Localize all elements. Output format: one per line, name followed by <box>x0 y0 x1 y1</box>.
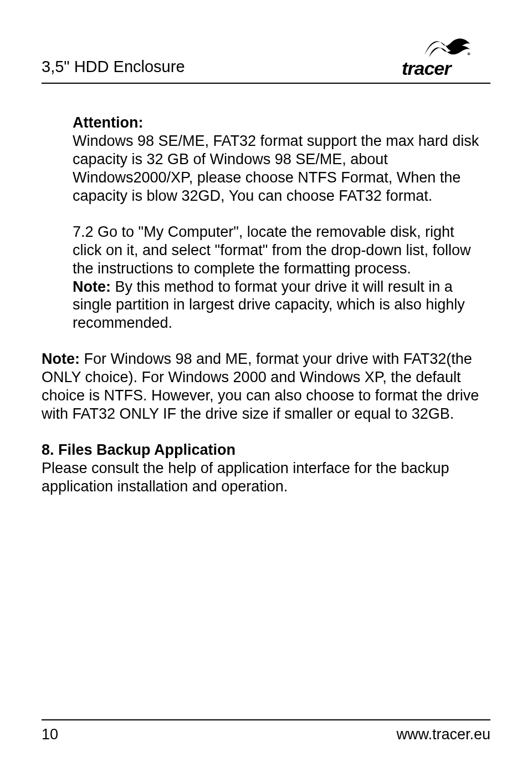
svg-text:tracer: tracer <box>402 59 452 79</box>
footer-divider <box>42 719 490 720</box>
document-title: 3,5" HDD Enclosure <box>42 58 185 79</box>
section-8-title: 8. Files Backup Application <box>42 441 236 458</box>
page-number: 10 <box>42 726 58 743</box>
page-footer: 10 www.tracer.eu <box>42 719 490 743</box>
step-7-2-note-label: Note: <box>73 278 111 295</box>
section-8-block: 8. Files Backup Application Please consu… <box>42 441 490 496</box>
note-2-text: For Windows 98 and ME, format your drive… <box>42 351 479 422</box>
note-2-block: Note: For Windows 98 and ME, format your… <box>42 350 490 423</box>
footer-url: www.tracer.eu <box>396 726 490 743</box>
section-8-body: Please consult the help of application i… <box>42 460 449 495</box>
header-divider <box>42 83 490 84</box>
brand-logo: R tracer <box>402 31 490 79</box>
attention-label: Attention: <box>73 114 143 131</box>
page-header: 3,5" HDD Enclosure R tracer <box>42 31 490 79</box>
step-7-2-block: 7.2 Go to "My Computer", locate the remo… <box>42 223 490 333</box>
note-2-label: Note: <box>42 351 80 367</box>
step-7-2-text: 7.2 Go to "My Computer", locate the remo… <box>73 224 470 277</box>
tracer-wordmark-icon: tracer <box>402 59 490 79</box>
step-7-2-note-text: By this method to format your drive it w… <box>73 278 465 332</box>
attention-text: Windows 98 SE/ME, FAT32 format support t… <box>73 133 479 204</box>
attention-block: Attention: Windows 98 SE/ME, FAT32 forma… <box>42 114 490 205</box>
tracer-swoosh-icon: R <box>421 31 471 59</box>
